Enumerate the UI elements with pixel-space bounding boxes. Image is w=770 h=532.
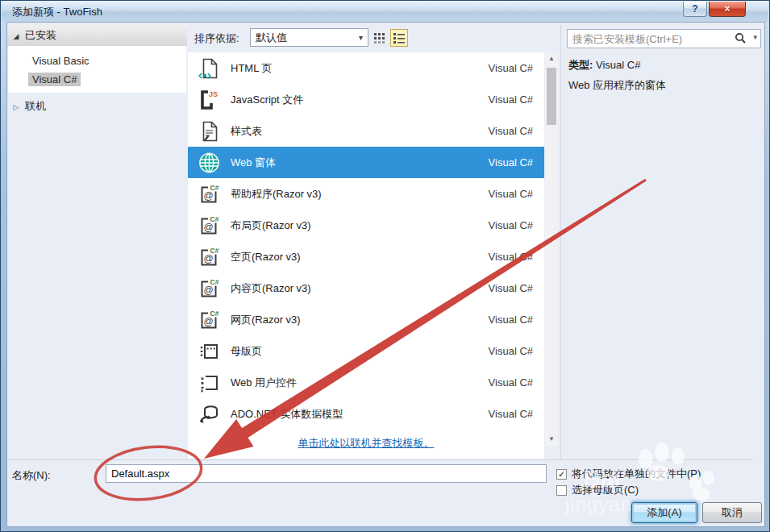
sort-by-dropdown[interactable]: 默认值 ▾ xyxy=(250,28,368,47)
list-item-ado-entity-model[interactable]: ADO.NET 实体数据模型 Visual C# xyxy=(188,398,544,430)
svg-text:@: @ xyxy=(204,253,214,264)
list-item-label: HTML 页 xyxy=(231,61,273,76)
list-item-label: 内容页(Razor v3) xyxy=(231,281,311,296)
svg-text:@: @ xyxy=(204,316,214,327)
razor-layout-icon: @ C# xyxy=(198,214,220,237)
javascript-file-icon: JS xyxy=(198,89,220,111)
search-input[interactable] xyxy=(572,31,726,47)
scrollbar-thumb[interactable] xyxy=(547,68,556,125)
master-page-icon xyxy=(198,340,220,363)
name-input[interactable] xyxy=(106,464,547,483)
grid-dots-icon xyxy=(373,31,386,44)
list-item-razor-content[interactable]: @ C# 内容页(Razor v3) Visual C# xyxy=(188,272,544,304)
list-item-label: 母版页 xyxy=(231,344,262,359)
svg-text:@: @ xyxy=(204,285,214,296)
web-user-control-icon xyxy=(198,372,220,394)
svg-text:C#: C# xyxy=(210,309,219,317)
type-label: 类型: xyxy=(568,59,593,71)
help-icon: ? xyxy=(684,2,706,16)
search-box: ▾ xyxy=(567,29,761,48)
panel-divider xyxy=(560,23,561,459)
list-item-label: 帮助程序(Razor v3) xyxy=(231,187,322,202)
svg-text:@: @ xyxy=(204,190,214,202)
list-item-language: Visual C# xyxy=(489,282,533,294)
list-item-language: Visual C# xyxy=(489,408,533,420)
titlebar: 添加新项 - TwoFish ? × xyxy=(2,1,768,22)
small-icons-view-button[interactable] xyxy=(371,29,389,47)
scroll-down-icon[interactable]: ▼ xyxy=(545,433,558,446)
list-item-label: 样式表 xyxy=(231,124,262,139)
list-item-razor-webpage[interactable]: @ C# 网页(Razor v3) Visual C# xyxy=(188,304,544,335)
list-item-language: Visual C# xyxy=(489,125,533,137)
razor-helper-icon: @ C# xyxy=(198,183,220,206)
list-item-stylesheet[interactable]: 样式表 Visual C# xyxy=(188,115,544,147)
list-item-label: JavaScript 文件 xyxy=(231,93,303,107)
list-item-html-page[interactable]: HTML 页 Visual C# xyxy=(188,52,544,84)
chevron-down-icon: ▾ xyxy=(359,29,363,46)
list-item-web-user-control[interactable]: Web 用户控件 Visual C# xyxy=(188,367,544,398)
search-options-chevron-icon[interactable]: ▾ xyxy=(753,33,757,41)
online-label: 联机 xyxy=(25,100,46,112)
svg-text:C#: C# xyxy=(210,214,219,222)
list-item-label: Web 窗体 xyxy=(231,156,276,170)
razor-content-icon: @ C# xyxy=(198,277,220,300)
list-item-language: Visual C# xyxy=(489,62,533,74)
list-item-label: Web 用户控件 xyxy=(231,376,297,390)
template-type-row: 类型: Visual C# xyxy=(568,58,640,73)
list-item-language: Visual C# xyxy=(489,219,533,231)
sidebar-item-visual-basic[interactable]: Visual Basic xyxy=(28,54,94,68)
online-templates-link-row: 单击此处以联机并查找模板。 xyxy=(188,435,544,451)
sidebar-item-visual-csharp[interactable]: Visual C# xyxy=(28,73,81,86)
sort-by-value: 默认值 xyxy=(256,31,287,44)
checkbox-unchecked-icon[interactable] xyxy=(556,485,567,496)
list-item-label: 布局页(Razor v3) xyxy=(231,218,311,233)
razor-webpage-icon: @ C# xyxy=(198,309,220,331)
svg-text:JS: JS xyxy=(209,90,218,98)
checkbox-checked-icon[interactable]: ✓ xyxy=(556,469,567,480)
checkbox-label: 选择母版页(C) xyxy=(572,483,639,497)
stylesheet-icon xyxy=(198,120,220,143)
list-item-razor-helper[interactable]: @ C# 帮助程序(Razor v3) Visual C# xyxy=(188,178,544,210)
razor-empty-icon: @ C# xyxy=(198,246,220,268)
ado-entity-model-icon xyxy=(198,403,220,426)
sidebar-item-online[interactable]: ▷联机 xyxy=(7,98,186,115)
svg-text:C#: C# xyxy=(210,183,219,191)
html-page-icon xyxy=(198,57,220,80)
list-item-language: Visual C# xyxy=(489,94,533,106)
list-item-web-form[interactable]: Web 窗体 Visual C# xyxy=(188,147,544,178)
template-list: HTML 页 Visual C# JS JavaScript 文件 Visual… xyxy=(188,52,544,459)
window-title: 添加新项 - TwoFish xyxy=(12,5,102,19)
checkbox-code-in-separate-file[interactable]: ✓ 将代码放在单独的文件中(P) xyxy=(556,467,701,481)
name-label: 名称(N): xyxy=(12,468,51,483)
medium-icons-view-button[interactable] xyxy=(390,29,408,47)
list-item-master-page[interactable]: 母版页 Visual C# xyxy=(188,335,544,367)
list-item-language: Visual C# xyxy=(489,156,533,168)
help-button[interactable]: ? xyxy=(683,2,707,17)
list-item-label: 网页(Razor v3) xyxy=(231,313,301,327)
scroll-up-icon[interactable]: ▲ xyxy=(545,52,558,65)
expander-expanded-icon: ◢ xyxy=(7,26,25,47)
find-templates-online-link[interactable]: 单击此处以联机并查找模板。 xyxy=(298,437,435,449)
list-item-language: Visual C# xyxy=(489,314,533,326)
search-icon[interactable] xyxy=(735,32,746,48)
list-item-language: Visual C# xyxy=(489,188,533,200)
list-item-language: Visual C# xyxy=(489,376,533,389)
list-item-razor-empty[interactable]: @ C# 空页(Razor v3) Visual C# xyxy=(188,241,544,272)
add-new-item-dialog: 添加新项 - TwoFish ? × ◢已安装 Visual Basic Vis… xyxy=(0,0,770,532)
list-view-icon xyxy=(393,31,406,44)
web-form-icon xyxy=(198,152,220,174)
type-value: Visual C# xyxy=(596,59,640,71)
footer-divider xyxy=(7,459,753,460)
checkbox-label: 将代码放在单独的文件中(P) xyxy=(572,467,701,481)
checkbox-select-master-page[interactable]: 选择母版页(C) xyxy=(556,483,639,497)
sidebar-item-installed[interactable]: ◢已安装 xyxy=(7,25,187,46)
close-button[interactable]: × xyxy=(709,2,746,17)
cancel-button[interactable]: 取消 xyxy=(702,502,762,523)
list-item-label: ADO.NET 实体数据模型 xyxy=(231,407,343,422)
add-button[interactable]: 添加(A) xyxy=(631,502,697,523)
list-item-language: Visual C# xyxy=(489,345,533,357)
list-item-label: 空页(Razor v3) xyxy=(231,250,301,264)
list-item-razor-layout[interactable]: @ C# 布局页(Razor v3) Visual C# xyxy=(188,210,544,241)
list-scrollbar[interactable]: ▲ ▼ xyxy=(545,52,558,446)
list-item-javascript-file[interactable]: JS JavaScript 文件 Visual C# xyxy=(188,84,544,115)
